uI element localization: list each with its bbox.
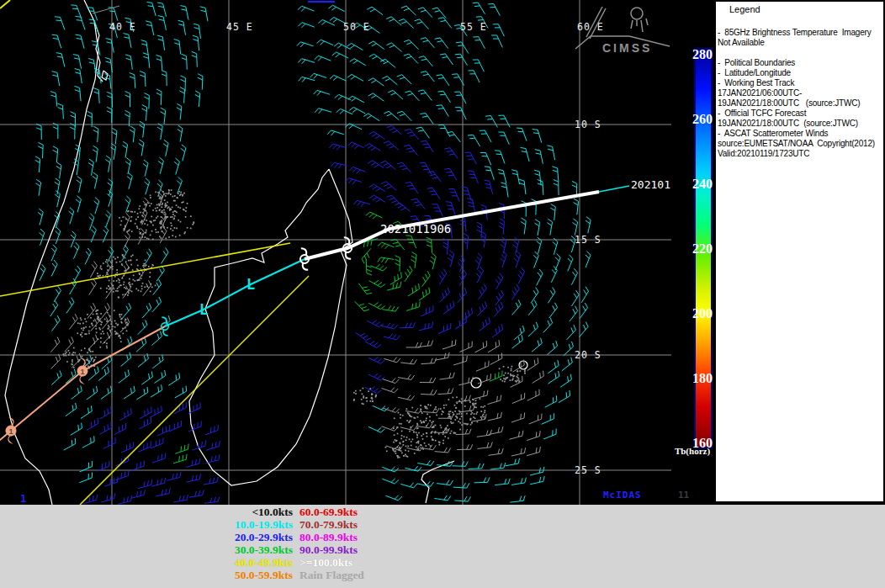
wind-speed-legend-item: >=100.0kts [299, 556, 377, 569]
lon-label: 40 E [109, 21, 136, 33]
lon-label: 55 E [460, 21, 487, 33]
legend-panel-line: source:EUMETSAT/NOAA Copyright(2012) [716, 139, 883, 149]
legend-panel-lines: - 85GHz Brightness Temperature ImageryNo… [716, 18, 883, 159]
wind-speed-legend-item: 10.0-19.9kts [215, 518, 293, 531]
colorbar-tick-label: 260 [669, 112, 713, 127]
legend-panel-line [716, 48, 883, 58]
colorbar-tick-label: 240 [669, 177, 713, 192]
legend-panel-line: - Political Boundaries [716, 58, 883, 68]
wind-speed-legend-item: 80.0-89.9kts [299, 531, 377, 543]
colorbar-title: Tb(horz) [670, 446, 715, 456]
wind-speed-legend-item: Rain Flagged [299, 569, 377, 581]
colorbar-strip: 280260240220200180160 Tb(horz) 11 [671, 0, 714, 505]
legend-panel-line: - ASCAT Scatterometer Winds [716, 129, 883, 139]
wind-speed-legend-item: 90.0-99.9kts [299, 543, 377, 556]
legend-panel-line [716, 18, 883, 28]
legend-panel-line: - Latitude/Longitude [716, 68, 883, 78]
lon-label: 45 E [226, 21, 253, 33]
wind-speed-legend-item: 40.0-49.9kts [215, 556, 293, 569]
mcidas-label: McIDAS [603, 490, 642, 501]
cimss-logo-text: CIMSS [602, 41, 652, 55]
colorbar-tick-label: 200 [669, 306, 713, 321]
tropical-depression-symbol: L [199, 301, 208, 318]
map-svg: 40 E45 E50 E55 E60 E10 S15 S20 S25 SLL11… [0, 0, 671, 505]
legend-panel-line: Valid:20210119/1723UTC [716, 149, 883, 159]
track-date-label: 2021011906 [380, 222, 451, 236]
map-canvas: 40 E45 E50 E55 E60 E10 S15 S20 S25 SLL11… [0, 0, 671, 505]
colorbar-tick-label: 220 [669, 241, 713, 257]
legend-panel-line: - Official TCFC Forecast [716, 109, 883, 119]
lat-label: 20 S [575, 349, 601, 361]
wind-speed-legend-item: 30.0-39.9kts [215, 543, 293, 556]
bottom-legend: Low/WaveTropical DeprTropical StrmCatego… [0, 505, 885, 588]
track-date-label: 202101 [631, 178, 670, 191]
brightness-temp-colorbar: 280260240220200180160 [694, 48, 713, 448]
lat-label: 10 S [575, 119, 601, 130]
wind-speed-legend-item: 20.0-29.9kts [215, 531, 293, 543]
lon-label: 50 E [343, 21, 370, 33]
legend-panel-line: 19JAN2021/18:00UTC (source:JTWC) [716, 119, 883, 129]
hurricane-category-number: 1 [8, 427, 13, 436]
lat-label: 25 S [575, 464, 601, 476]
wind-speed-legend-item: 70.0-79.9kts [299, 518, 377, 531]
hurricane-category-number: 1 [80, 368, 84, 376]
colorbar-tick-label: 180 [669, 371, 713, 386]
ascat-winds-viewer: 40 E45 E50 E55 E60 E10 S15 S20 S25 SLL11… [0, 0, 885, 588]
legend-panel-line: 19JAN2021/18:00UTC (source:JTWC) [716, 98, 883, 109]
lat-label: 15 S [575, 234, 601, 246]
lon-label: 60 E [577, 21, 604, 33]
legend-panel-line: Not Available [716, 38, 883, 48]
legend-panel-title: Legend [716, 2, 883, 18]
legend-panel-line: 17JAN2021/06:00UTC- [716, 88, 883, 98]
tropical-depression-symbol: L [246, 276, 255, 293]
legend-panel-line: - Working Best Track [716, 78, 883, 88]
wind-speed-legend-item: <10.0kts [215, 506, 293, 518]
wind-speed-legend-item: 50.0-59.9kts [215, 569, 293, 581]
frame-number-right: 11 [678, 490, 689, 501]
wind-speed-legend-item: 60.0-69.9kts [299, 506, 377, 518]
frame-number-left: 1 [20, 493, 26, 505]
legend-panel: Legend - 85GHz Brightness Temperature Im… [714, 0, 885, 503]
colorbar-tick-label: 280 [669, 47, 713, 62]
legend-panel-line: - 85GHz Brightness Temperature Imagery [716, 28, 883, 38]
